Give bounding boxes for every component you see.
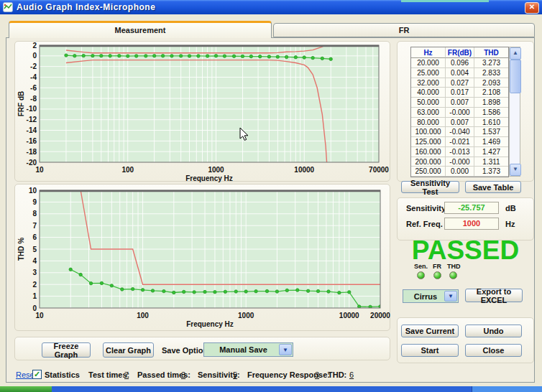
- table-scrollbar[interactable]: ▲ ▼: [509, 47, 520, 177]
- svg-text:0: 0: [32, 52, 37, 60]
- tab-measurement[interactable]: Measurement: [9, 21, 272, 38]
- frf-y-axis-label: FRF dB: [17, 91, 25, 117]
- frf-chart-svg: 20-2-4-6-8-10-12-14-16-18-20101001000100…: [15, 42, 391, 182]
- table-cell: -0.000: [446, 157, 474, 167]
- title-bar[interactable]: Audio Graph Index-Microphone ✕: [0, 0, 542, 14]
- export-excel-button[interactable]: Export to EXCEL: [465, 289, 523, 302]
- svg-text:10000: 10000: [294, 166, 314, 174]
- table-cell: 40.000: [411, 88, 446, 98]
- table-row[interactable]: 250.0000.0001.373: [411, 167, 508, 177]
- device-dropdown[interactable]: Cirrus ▼: [403, 289, 459, 303]
- svg-text:-10: -10: [27, 105, 37, 113]
- led-fr-label: FR: [433, 263, 441, 270]
- svg-text:70000: 70000: [369, 166, 389, 174]
- table-cell: 1.469: [474, 137, 508, 147]
- sensitivity-count-value: 5: [233, 370, 237, 379]
- table-cell: 3.273: [474, 58, 508, 68]
- taskbar[interactable]: [0, 386, 542, 392]
- table-cell: 1.610: [474, 118, 508, 128]
- chevron-down-icon[interactable]: ▼: [444, 291, 457, 302]
- table-cell: 0.027: [446, 78, 474, 88]
- svg-text:20000: 20000: [370, 312, 390, 319]
- tab-fr[interactable]: FR: [273, 23, 535, 37]
- statistics-checkbox[interactable]: ✓: [32, 370, 42, 379]
- thd-chart: 1098765432101010010001000020000THD %Freq…: [15, 185, 390, 335]
- table-row[interactable]: 80.0000.0071.610: [411, 118, 508, 128]
- thd-y-axis-label: THD %: [17, 238, 25, 261]
- table-header-cell[interactable]: THD: [474, 47, 508, 58]
- save-options-dropdown[interactable]: Manual Save ▼: [203, 342, 293, 357]
- table-cell: -0.000: [446, 108, 474, 118]
- measurement-table-body: 20.0000.0963.27325.0000.0042.83332.0000.…: [411, 58, 508, 177]
- taskbar-window-button[interactable]: [472, 386, 542, 392]
- table-cell: 200.000: [411, 157, 446, 167]
- svg-text:10000: 10000: [339, 312, 359, 319]
- table-cell: 50.000: [411, 98, 446, 108]
- chevron-down-icon[interactable]: ▼: [279, 344, 292, 355]
- table-row[interactable]: 25.0000.0042.833: [411, 68, 508, 78]
- table-row[interactable]: 160.000-0.0131.427: [411, 147, 508, 157]
- save-current-button[interactable]: Save Current: [401, 325, 459, 337]
- start-button-taskbar[interactable]: [0, 386, 52, 392]
- ref-freq-label: Ref. Freq.: [406, 220, 443, 228]
- table-cell: 1.373: [474, 167, 508, 177]
- svg-text:100: 100: [121, 166, 134, 174]
- table-cell: 2.108: [474, 88, 508, 98]
- table-row[interactable]: 40.0000.0172.108: [411, 88, 508, 98]
- scrollbar-thumb[interactable]: [510, 60, 521, 93]
- svg-text:3: 3: [32, 269, 37, 276]
- close-window-button[interactable]: ✕: [525, 2, 539, 14]
- table-cell: -0.021: [446, 137, 474, 147]
- table-cell: 25.000: [411, 68, 446, 78]
- freeze-graph-button[interactable]: Freeze Graph: [42, 342, 91, 358]
- table-row[interactable]: 200.000-0.0001.311: [411, 157, 508, 167]
- sensitivity-value: -25.757: [444, 202, 499, 214]
- led-sen-label: Sen.: [414, 263, 428, 270]
- ref-freq-value: 1000: [444, 218, 499, 230]
- svg-text:10: 10: [35, 312, 44, 319]
- test-times-label: Test times:: [88, 370, 129, 379]
- clear-graph-button[interactable]: Clear Graph: [103, 342, 154, 358]
- svg-text:1000: 1000: [238, 312, 254, 319]
- thd-chart-panel: 1098765432101010010001000020000THD %Freq…: [14, 184, 390, 331]
- svg-text:-16: -16: [27, 137, 37, 145]
- table-row[interactable]: 125.000-0.0211.469: [411, 137, 508, 147]
- frequency-response-count-value: 3: [315, 370, 319, 379]
- window-title: Audio Graph Index-Microphone: [17, 2, 155, 12]
- table-cell: -0.013: [446, 147, 474, 157]
- table-row[interactable]: 32.0000.0272.093: [411, 78, 508, 88]
- undo-button[interactable]: Undo: [465, 325, 522, 337]
- table-cell: 2.093: [474, 78, 508, 88]
- table-cell: 250.000: [411, 167, 446, 177]
- mouse-cursor: [239, 127, 249, 144]
- svg-text:0: 0: [32, 304, 37, 312]
- table-row[interactable]: 50.0000.0071.898: [411, 98, 508, 108]
- ref-freq-unit: Hz: [505, 220, 515, 228]
- table-row[interactable]: 20.0000.0963.273: [411, 58, 508, 68]
- table-cell: 1.311: [474, 157, 508, 167]
- svg-text:-2: -2: [30, 62, 37, 70]
- sensitivity-test-button[interactable]: Sensitivity Test: [401, 181, 459, 193]
- table-row[interactable]: 63.000-0.0001.586: [411, 108, 508, 118]
- svg-text:1: 1: [32, 292, 37, 300]
- close-button[interactable]: Close: [465, 344, 522, 357]
- svg-text:-18: -18: [27, 148, 37, 156]
- test-times-value: 7: [124, 370, 129, 379]
- frf-chart-panel: 20-2-4-6-8-10-12-14-16-18-20101001000100…: [14, 41, 390, 182]
- start-button[interactable]: Start: [401, 344, 459, 357]
- table-header-cell[interactable]: Hz: [411, 47, 446, 58]
- svg-text:4: 4: [32, 257, 37, 265]
- app-icon: [3, 2, 13, 12]
- save-table-button[interactable]: Save Table: [465, 181, 521, 193]
- scroll-up-icon[interactable]: ▲: [510, 47, 521, 60]
- svg-text:-8: -8: [30, 95, 37, 103]
- table-cell: 1.427: [474, 147, 508, 157]
- table-header-cell[interactable]: FR(dB): [446, 47, 474, 58]
- svg-text:-12: -12: [27, 116, 37, 123]
- table-cell: 1.898: [474, 98, 508, 108]
- sensitivity-label: Sensitivity: [406, 204, 446, 213]
- statistics-label: Statistics: [45, 370, 80, 379]
- results-table: HzFR(dB)THD 20.0000.0963.27325.0000.0042…: [410, 47, 509, 177]
- scroll-down-icon[interactable]: ▼: [510, 164, 521, 176]
- table-row[interactable]: 100.000-0.0401.537: [411, 127, 508, 137]
